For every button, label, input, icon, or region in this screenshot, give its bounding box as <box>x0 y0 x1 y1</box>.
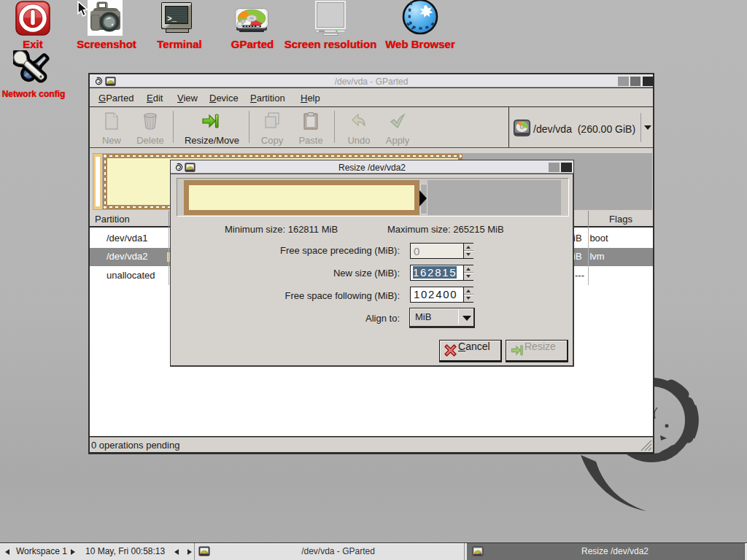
svg-text:>_: >_ <box>167 15 177 23</box>
